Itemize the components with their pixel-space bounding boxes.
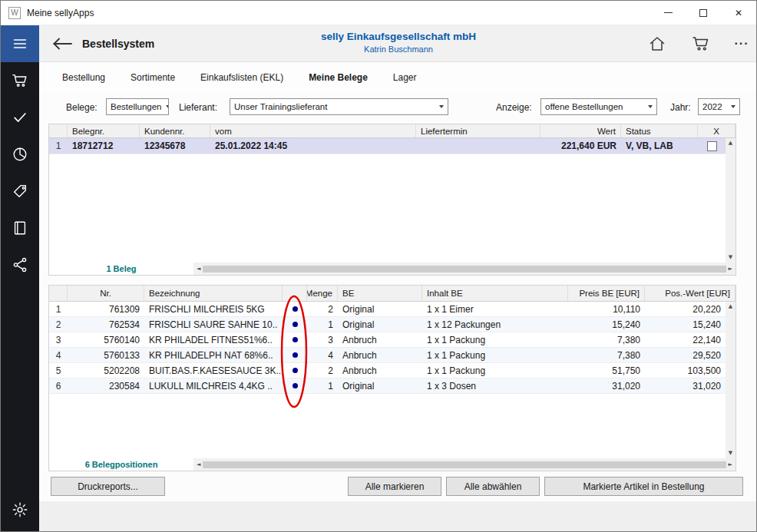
- chevron-down-icon: [435, 99, 448, 114]
- position-preis: 51,750: [568, 363, 645, 378]
- sidebar-item-catalog[interactable]: [1, 210, 39, 246]
- markierte-artikel-button[interactable]: Markierte Artikel in Bestellung: [544, 477, 743, 496]
- menu-button[interactable]: [1, 25, 39, 62]
- column-header-liefertermin[interactable]: Liefertermin: [416, 124, 540, 137]
- tab-lager[interactable]: Lager: [393, 72, 417, 83]
- jahr-dropdown[interactable]: 2022: [698, 98, 740, 115]
- chevron-down-icon: [644, 99, 656, 114]
- sidebar-item-statistics[interactable]: [1, 136, 39, 173]
- anzeige-dropdown-value: offene Bestellungen: [545, 102, 623, 111]
- row-checkbox[interactable]: [707, 141, 717, 151]
- tab-einkaufslisten[interactable]: Einkaufslisten (EKL): [200, 72, 283, 83]
- close-button[interactable]: ✕: [721, 1, 756, 25]
- scroll-right-icon[interactable]: ►: [729, 462, 732, 468]
- column-header-wert[interactable]: Wert: [540, 124, 621, 137]
- column-header-poswert[interactable]: Pos.-Wert [EUR]: [645, 286, 736, 301]
- positions-horizontal-scrollbar[interactable]: ◄ ►: [193, 458, 736, 471]
- position-bezeichnung: FRISCHLI MILCHREIS 5KG: [144, 302, 283, 316]
- position-inhalt: 1 x 12 Packungen: [422, 317, 568, 332]
- column-header-bezeichnung[interactable]: Bezeichnung: [144, 286, 283, 301]
- position-poswert: 22,140: [645, 332, 726, 347]
- beleg-kundennr: 12345678: [140, 138, 210, 154]
- position-row[interactable]: 2 762534 FRISCHLI SAURE SAHNE 10.. 1 Ori…: [49, 317, 726, 332]
- position-menge: 1: [307, 378, 338, 393]
- anzeige-label: Anzeige:: [496, 102, 532, 113]
- beleg-row[interactable]: 1 18712712 12345678 25.01.2022 14:45 221…: [49, 138, 726, 154]
- beleg-wert: 221,640 EUR: [540, 138, 621, 154]
- scroll-right-icon[interactable]: ►: [729, 266, 732, 272]
- more-button[interactable]: ···: [729, 33, 755, 55]
- belege-vertical-scrollbar[interactable]: ▲ ▼: [726, 138, 736, 263]
- tab-bestellung[interactable]: Bestellung: [62, 72, 105, 83]
- share-icon: [12, 256, 28, 273]
- lieferant-dropdown[interactable]: Unser Trainingslieferant: [230, 98, 448, 115]
- belege-horizontal-scrollbar[interactable]: ◄ ►: [193, 263, 736, 275]
- belege-dropdown[interactable]: Bestellungen: [106, 98, 169, 115]
- scrollbar-thumb[interactable]: [203, 461, 726, 468]
- position-row[interactable]: 4 5760133 KR PHILADELPH NAT 68%6.. 4 Anb…: [49, 348, 726, 363]
- positions-table-body: 1 761309 FRISCHLI MILCHREIS 5KG 2 Origin…: [49, 302, 726, 458]
- positions-table-header: Nr. Bezeichnung Menge BE Inhalt BE Preis…: [49, 286, 736, 302]
- belege-table-footer: 1 Beleg ◄ ►: [49, 263, 736, 275]
- column-header-be[interactable]: BE: [338, 286, 422, 301]
- pie-chart-icon: [12, 146, 28, 163]
- positions-table-footer: 6 Belegpositionen ◄ ►: [49, 458, 736, 471]
- filter-bar: Belege: Bestellungen Lieferant: Unser Tr…: [39, 92, 757, 123]
- position-row[interactable]: 1 761309 FRISCHLI MILCHREIS 5KG 2 Origin…: [49, 302, 726, 317]
- sidebar-item-settings[interactable]: [1, 491, 39, 528]
- sidebar-item-prices[interactable]: [1, 173, 39, 210]
- tab-meine-belege[interactable]: Meine Belege: [309, 72, 368, 83]
- home-button[interactable]: [644, 33, 670, 55]
- column-header-nr[interactable]: Nr.: [68, 286, 144, 301]
- column-header-kundennr[interactable]: Kundennr.: [140, 124, 210, 137]
- positions-vertical-scrollbar[interactable]: ▲ ▼: [726, 302, 736, 458]
- alle-markieren-button[interactable]: Alle markieren: [348, 477, 441, 496]
- scroll-up-icon[interactable]: ▲: [729, 140, 732, 146]
- sidebar-item-tasks[interactable]: [1, 99, 39, 136]
- company-name: selly Einkaufsgesellschaft mbH: [321, 31, 476, 42]
- sidebar: [1, 25, 39, 532]
- alle-abwaehlen-button[interactable]: Alle abwählen: [446, 477, 540, 496]
- status-dot-icon: [293, 337, 298, 342]
- position-preis: 7,380: [568, 332, 645, 347]
- position-bezeichnung: KR PHILADELPH NAT 68%6..: [144, 348, 283, 362]
- position-bezeichnung: KR PHILADEL FITNES51%6..: [144, 332, 283, 347]
- position-row[interactable]: 5 5202208 BUIT.BAS.F.KAESESAUCE 3K.. 2 A…: [49, 363, 726, 378]
- row-number: 2: [49, 317, 68, 332]
- header-cart-button[interactable]: [688, 33, 714, 55]
- position-nr: 5202208: [68, 363, 144, 378]
- scroll-up-icon[interactable]: ▲: [729, 304, 732, 309]
- column-header-x[interactable]: X: [698, 124, 736, 137]
- column-header-preis[interactable]: Preis BE [EUR]: [568, 286, 645, 301]
- check-icon: [12, 109, 28, 126]
- sidebar-item-share[interactable]: [1, 246, 39, 283]
- sidebar-item-cart[interactable]: [1, 62, 39, 99]
- app-icon: W: [8, 7, 21, 19]
- marker-cell: [283, 348, 307, 362]
- hamburger-icon: [12, 35, 28, 52]
- scroll-left-icon[interactable]: ◄: [197, 462, 200, 468]
- column-header-rownum: [49, 124, 68, 137]
- column-header-inhalt[interactable]: Inhalt BE: [422, 286, 568, 301]
- maximize-button[interactable]: [686, 1, 721, 25]
- scroll-down-icon[interactable]: ▼: [729, 255, 732, 260]
- home-icon: [648, 35, 666, 53]
- book-icon: [12, 220, 28, 236]
- position-be: Original: [338, 302, 422, 316]
- column-header-menge[interactable]: Menge: [307, 286, 338, 301]
- scroll-down-icon[interactable]: ▼: [729, 451, 732, 456]
- position-row[interactable]: 6 230584 LUKULL MILCHREIS 4,4KG .. 1 Ori…: [49, 378, 726, 394]
- scroll-left-icon[interactable]: ◄: [197, 266, 200, 272]
- scrollbar-thumb[interactable]: [203, 266, 726, 273]
- position-be: Anbruch: [338, 348, 422, 362]
- column-header-status[interactable]: Status: [621, 124, 698, 137]
- tab-sortimente[interactable]: Sortimente: [131, 72, 175, 83]
- column-header-belegnr[interactable]: Belegnr.: [68, 124, 140, 137]
- belege-table-body: 1 18712712 12345678 25.01.2022 14:45 221…: [49, 138, 726, 263]
- druckreports-button[interactable]: Druckreports...: [51, 477, 165, 496]
- column-header-vom[interactable]: vom: [210, 124, 416, 137]
- anzeige-dropdown[interactable]: offene Bestellungen: [540, 98, 657, 115]
- user-name: Katrin Buschmann: [364, 45, 433, 54]
- minimize-button[interactable]: [650, 1, 686, 25]
- position-row[interactable]: 3 5760140 KR PHILADEL FITNES51%6.. 3 Anb…: [49, 332, 726, 348]
